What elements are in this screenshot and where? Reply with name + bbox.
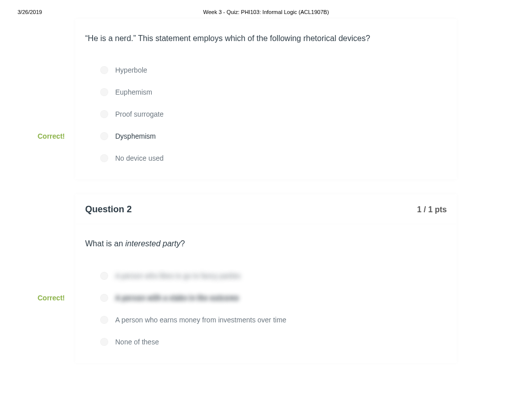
answer-text: A person with a stake in the outcome (115, 294, 239, 302)
question-2-text: What is an interested party? (85, 238, 447, 249)
answer-row[interactable]: A person who earns money from investment… (85, 309, 447, 331)
radio-icon (100, 294, 108, 302)
radio-icon (100, 338, 108, 346)
q2-text-pre: What is an (85, 239, 125, 248)
answer-text: A person who likes to go to fancy partie… (115, 272, 241, 280)
answer-row[interactable]: None of these (85, 331, 447, 353)
question-2-wrap: Question 2 1 / 1 pts What is an interest… (0, 194, 532, 362)
question-2-body: What is an interested party? A person wh… (75, 224, 457, 362)
header-date: 3/26/2019 (18, 9, 42, 15)
answer-row[interactable]: Hyperbole (85, 59, 447, 81)
question-1-answers: Hyperbole Euphemism Proof surrogate Corr… (85, 59, 447, 169)
answer-text: Dysphemism (115, 132, 156, 140)
question-1-text: “He is a nerd.” This statement employs w… (85, 33, 447, 44)
radio-icon (100, 272, 108, 280)
question-1-body: “He is a nerd.” This statement employs w… (75, 19, 457, 179)
question-1-card: “He is a nerd.” This statement employs w… (75, 19, 457, 179)
content-area: “He is a nerd.” This statement employs w… (0, 19, 532, 363)
radio-icon (100, 66, 108, 74)
question-2-answers: A person who likes to go to fancy partie… (85, 265, 447, 353)
radio-icon (100, 110, 108, 118)
answer-text: Proof surrogate (115, 110, 164, 118)
answer-text: Hyperbole (115, 66, 147, 74)
radio-icon (100, 88, 108, 96)
question-2-card: Question 2 1 / 1 pts What is an interest… (75, 194, 457, 362)
answer-row[interactable]: Proof surrogate (85, 103, 447, 125)
answer-row[interactable]: No device used (85, 147, 447, 169)
answer-row[interactable]: A person who likes to go to fancy partie… (85, 265, 447, 287)
question-2-title: Question 2 (85, 204, 132, 215)
q2-text-post: ? (180, 239, 185, 248)
radio-icon (100, 316, 108, 324)
correct-label: Correct! (38, 132, 65, 140)
answer-row-correct[interactable]: Correct! A person with a stake in the ou… (85, 287, 447, 309)
radio-icon (100, 132, 108, 140)
answer-text: Euphemism (115, 88, 152, 96)
answer-row[interactable]: Euphemism (85, 81, 447, 103)
answer-text: No device used (115, 154, 164, 162)
q2-text-italic: interested party (125, 239, 180, 248)
correct-label: Correct! (38, 294, 65, 302)
question-2-header: Question 2 1 / 1 pts (75, 194, 457, 224)
question-1-wrap: “He is a nerd.” This statement employs w… (0, 19, 532, 179)
answer-row-correct[interactable]: Correct! Dysphemism (85, 125, 447, 147)
answer-text: A person who earns money from investment… (115, 316, 287, 324)
answer-text: None of these (115, 338, 159, 346)
radio-icon (100, 154, 108, 162)
question-2-points: 1 / 1 pts (417, 205, 447, 214)
header-title: Week 3 - Quiz: PHI103: Informal Logic (A… (203, 9, 329, 15)
